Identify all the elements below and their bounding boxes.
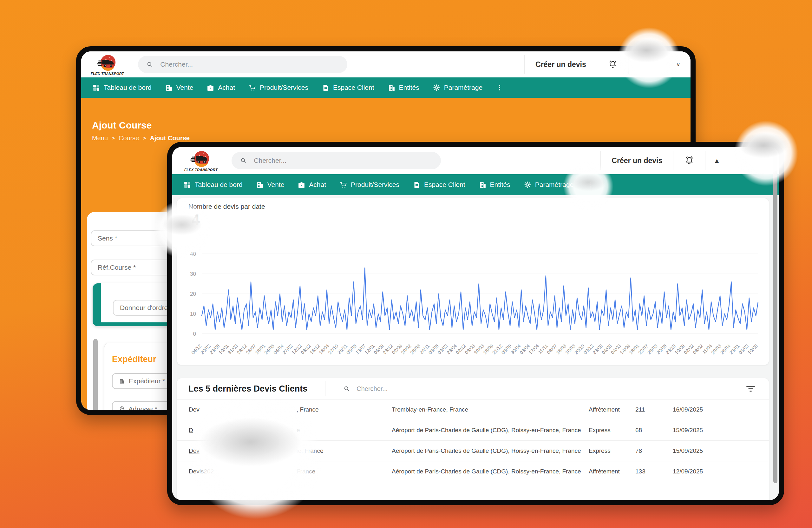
breadcrumb-course[interactable]: Course	[119, 134, 139, 142]
notifications-button[interactable]	[673, 156, 705, 166]
svg-text:09/12: 09/12	[582, 343, 595, 355]
nav-item-label: Entités	[399, 84, 419, 91]
flex-transport-logo[interactable]: FLEX TRANSPORT	[184, 149, 218, 172]
nav-item-label: Espace Client	[424, 181, 465, 188]
svg-text:10/09: 10/09	[674, 343, 686, 355]
svg-text:10: 10	[190, 311, 196, 317]
vertical-scrollbar[interactable]	[773, 151, 778, 483]
blurred-region	[154, 201, 211, 258]
svg-text:18/09: 18/09	[482, 343, 494, 355]
cell-date-de-saisie: 16/09/2025	[673, 399, 769, 420]
nav-item-espace-client[interactable]: Espace Client	[315, 77, 381, 98]
svg-text:04/08: 04/08	[600, 343, 613, 355]
cell-type: Affrètement	[589, 461, 635, 482]
document-icon	[322, 84, 330, 92]
nav-item-parametrage[interactable]: Paramétrage	[426, 77, 489, 98]
svg-text:10/01: 10/01	[218, 343, 230, 355]
cell-lieu-d-arrivee: Tremblay-en-France, France	[392, 399, 589, 420]
gear-icon	[524, 181, 532, 189]
svg-text:20/06: 20/06	[655, 343, 668, 355]
svg-text:27/10: 27/10	[327, 343, 339, 355]
nav-item-espace-client[interactable]: Espace Client	[406, 174, 472, 195]
brand-name: FLEX TRANSPORT	[91, 72, 124, 75]
svg-text:04/12: 04/12	[190, 343, 203, 355]
nav-item-label: Tableau de bord	[195, 181, 243, 188]
location-pin-icon	[119, 406, 125, 412]
flex-transport-logo[interactable]: FLEX TRANSPORT	[91, 53, 124, 75]
devis-line-chart[interactable]: 01020304004/1220/0223/0610/0131/0328/122…	[177, 198, 769, 365]
blurred-user-info	[618, 27, 680, 88]
donneur-ordre-field-label: Donneur d'ordre *	[120, 304, 172, 312]
truck-logo-icon	[94, 53, 121, 73]
create-quote-button[interactable]: Créer un devis	[601, 156, 673, 165]
table-search[interactable]	[325, 381, 451, 396]
svg-text:08/02: 08/02	[692, 343, 704, 355]
svg-text:28/08: 28/08	[409, 343, 422, 355]
nav-more-button[interactable]	[489, 77, 510, 98]
nav-item-vente[interactable]: Vente	[158, 77, 200, 98]
nav-item-vente[interactable]: Vente	[249, 174, 291, 195]
page-title: Ajout Course	[92, 120, 190, 131]
svg-text:30: 30	[190, 271, 196, 277]
global-search[interactable]	[138, 56, 347, 73]
svg-text:02/02: 02/02	[683, 343, 695, 355]
svg-text:20/02: 20/02	[199, 343, 212, 355]
nav-item-achat[interactable]: Achat	[200, 77, 242, 98]
svg-text:12/12: 12/12	[291, 343, 303, 355]
svg-text:02/09: 02/09	[391, 343, 403, 355]
svg-text:11/04: 11/04	[701, 343, 713, 355]
user-avatar[interactable]: ▲	[714, 157, 720, 165]
nav-item-produit-services[interactable]: Produit/Services	[333, 174, 406, 195]
svg-text:23/01: 23/01	[728, 343, 741, 355]
nav-item-label: Paramétrage	[444, 84, 482, 91]
devis-reference-link[interactable]: D	[189, 427, 193, 434]
breadcrumb: Menu > Course > Ajout Course	[92, 134, 190, 142]
svg-text:20/10: 20/10	[573, 343, 585, 355]
nav-item-label: Achat	[218, 84, 235, 91]
svg-text:23/12: 23/12	[381, 343, 394, 355]
desktop-background: FLEX TRANSPORT Créer un devis	[0, 0, 812, 528]
svg-text:16/04: 16/04	[318, 343, 330, 355]
nav-item-tableau-de-bord[interactable]: Tableau de bord	[177, 174, 249, 195]
svg-text:31/03: 31/03	[227, 343, 239, 355]
svg-text:05/05: 05/05	[345, 343, 358, 355]
search-icon	[240, 157, 247, 165]
filter-icon[interactable]	[744, 384, 757, 394]
building-icon	[388, 84, 395, 92]
expediteur-drag-handle[interactable]	[93, 339, 98, 415]
svg-text:21/12: 21/12	[491, 343, 503, 355]
svg-text:16/12: 16/12	[309, 343, 321, 355]
nav-item-achat[interactable]: Achat	[291, 174, 333, 195]
front-main-nav: Tableau de bordVenteAchatProduit/Service…	[172, 174, 779, 195]
svg-text:04/04: 04/04	[272, 343, 285, 355]
svg-text:10/08: 10/08	[746, 343, 759, 355]
search-icon	[146, 61, 153, 68]
svg-text:05/03: 05/03	[738, 343, 750, 355]
svg-text:30/03: 30/03	[473, 343, 485, 355]
breadcrumb-menu[interactable]: Menu	[92, 134, 108, 142]
cell-montant: 133	[635, 461, 673, 482]
brand-name: FLEX TRANSPORT	[184, 168, 218, 172]
nav-item-label: Entités	[490, 181, 510, 188]
nav-item-tableau-de-bord[interactable]: Tableau de bord	[86, 77, 158, 98]
sens-field-label: Sens *	[98, 234, 117, 242]
table-title: Les 5 dernières Devis Clients	[188, 384, 307, 394]
svg-text:08/09: 08/09	[500, 343, 512, 355]
create-quote-button[interactable]: Créer un devis	[525, 60, 597, 69]
global-search[interactable]	[232, 152, 441, 169]
nav-item-entites[interactable]: Entités	[381, 77, 426, 98]
svg-text:30/04: 30/04	[509, 343, 522, 355]
table-search-input[interactable]	[356, 385, 451, 393]
divider	[705, 151, 706, 170]
svg-text:16/08: 16/08	[555, 343, 567, 355]
nav-item-label: Espace Client	[333, 84, 374, 91]
nav-item-entites[interactable]: Entités	[472, 174, 517, 195]
search-input[interactable]	[253, 156, 433, 165]
breadcrumb-separator: >	[143, 135, 146, 142]
cell-date-de-saisie: 15/09/2025	[673, 420, 769, 440]
devis-reference-link[interactable]: Dev	[189, 406, 200, 413]
svg-text:12/01: 12/01	[363, 343, 376, 355]
svg-text:08/07: 08/07	[546, 343, 558, 355]
nav-item-produit-services[interactable]: Produit/Services	[242, 77, 315, 98]
search-input[interactable]	[160, 60, 339, 69]
